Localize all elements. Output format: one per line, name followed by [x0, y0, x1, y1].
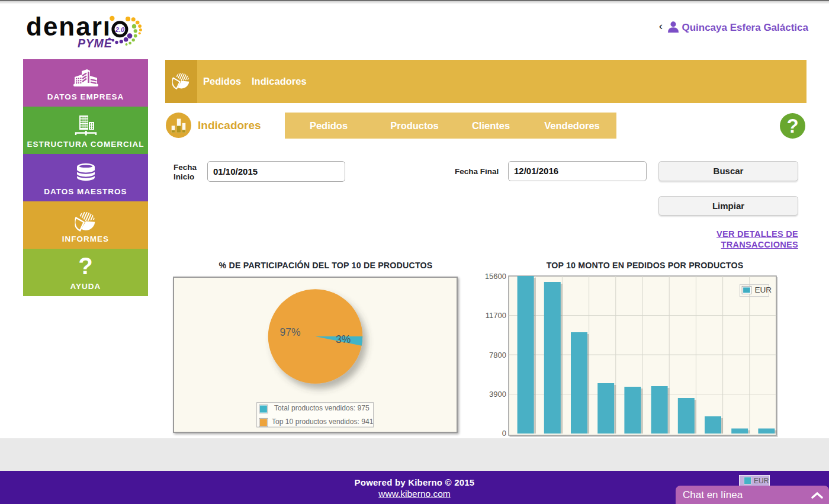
- svg-text:0: 0: [502, 429, 506, 438]
- svg-text:Top 10 productos vendidos: 941: Top 10 productos vendidos: 941: [272, 418, 374, 426]
- svg-text:Total productos vendidos: 975: Total productos vendidos: 975: [274, 404, 369, 412]
- svg-text:PYME: PYME: [78, 37, 113, 50]
- svg-text:EUR: EUR: [755, 285, 772, 294]
- svg-text:3900: 3900: [489, 390, 506, 399]
- svg-text:2.0: 2.0: [115, 26, 125, 33]
- svg-text:15600: 15600: [486, 272, 506, 281]
- svg-text:7800: 7800: [489, 351, 506, 359]
- svg-text:97%: 97%: [279, 326, 300, 338]
- svg-text:11700: 11700: [486, 311, 506, 320]
- svg-text:3%: 3%: [336, 333, 351, 345]
